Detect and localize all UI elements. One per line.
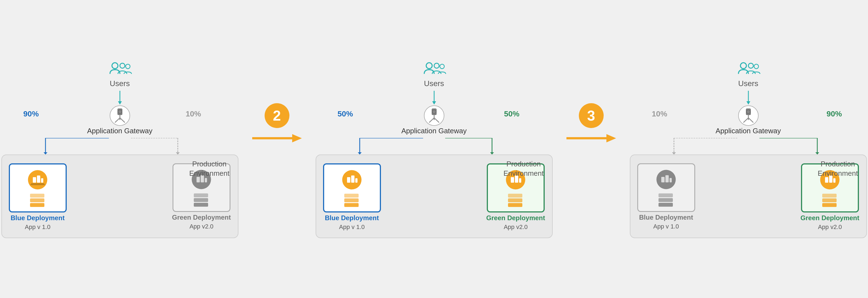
env-box-2: ProductionEnvironment <box>316 155 553 238</box>
svg-point-36 <box>440 64 444 69</box>
users-icon-3 <box>736 60 761 79</box>
gateway-label-2: Application Gateway <box>401 127 467 135</box>
arrow-section-2: 2 <box>252 103 302 145</box>
arrow-2 <box>252 131 302 145</box>
scenario-1-content: Users 90% 10% <box>0 60 247 238</box>
percent-left-2: 50% <box>338 110 353 118</box>
svg-point-34 <box>426 63 432 69</box>
users-arrow-2 <box>431 91 437 105</box>
stack-icon-green-2 <box>507 192 525 208</box>
svg-rect-87 <box>670 178 672 182</box>
percent-left-1: 90% <box>24 110 39 118</box>
svg-point-2 <box>125 64 130 69</box>
arrow-section-3: 3 <box>566 103 616 145</box>
svg-rect-19 <box>37 175 40 183</box>
svg-rect-29 <box>194 193 208 197</box>
users-arrow-3 <box>746 91 751 105</box>
svg-rect-89 <box>658 198 673 202</box>
stack-icon-blue-1 <box>29 192 46 208</box>
gateway-section-2: Application Gateway <box>401 105 467 135</box>
scenario-1: Users 90% 10% <box>0 60 247 238</box>
green-deploy-name-1: Green Deployment <box>172 214 231 221</box>
gateway-icon-1 <box>109 105 131 127</box>
gateway-section-3: Application Gateway <box>716 105 781 135</box>
svg-rect-23 <box>30 198 44 202</box>
svg-rect-20 <box>41 178 43 183</box>
blue-deploy-version-2: App v 1.0 <box>339 223 365 231</box>
percent-right-2: 50% <box>504 110 519 118</box>
svg-rect-64 <box>508 203 522 207</box>
env-box-1: ProductionEnvironment <box>1 155 239 238</box>
svg-rect-54 <box>355 178 358 183</box>
svg-marker-13 <box>43 152 48 155</box>
lines-1 <box>1 138 239 155</box>
users-icon-2 <box>422 60 446 79</box>
svg-marker-66 <box>607 134 616 142</box>
stack-icon-blue-3 <box>657 192 675 207</box>
blue-deploy-name-3: Blue Deployment <box>639 214 693 221</box>
svg-marker-4 <box>118 101 122 105</box>
svg-marker-83 <box>815 152 819 155</box>
main-container: Users 90% 10% <box>0 49 868 249</box>
svg-rect-90 <box>658 203 673 207</box>
svg-rect-55 <box>344 194 359 197</box>
svg-rect-94 <box>833 178 835 183</box>
svg-rect-56 <box>344 198 359 202</box>
blue-deploy-name-2: Blue Deployment <box>325 214 379 222</box>
svg-marker-71 <box>746 101 750 105</box>
svg-marker-33 <box>292 134 302 142</box>
green-deploy-version-1: App v2.0 <box>189 223 213 230</box>
svg-rect-86 <box>665 175 669 182</box>
green-deploy-name-3: Green Deployment <box>801 214 859 222</box>
svg-rect-85 <box>661 177 664 182</box>
env-label-2: ProductionEnvironment <box>504 160 544 178</box>
svg-point-0 <box>112 63 118 69</box>
lines-2 <box>316 138 553 155</box>
env-label-1: ProductionEnvironment <box>189 160 229 178</box>
green-deploy-name-2: Green Deployment <box>486 214 545 222</box>
svg-rect-18 <box>33 177 36 183</box>
svg-marker-21 <box>30 183 45 185</box>
gateway-section-1: Application Gateway <box>87 105 152 135</box>
svg-rect-53 <box>351 175 354 183</box>
gateway-row-2: 50% 50% Application Gateway <box>316 105 553 135</box>
blue-deployment-3: Blue Deployment App v 1.0 <box>637 163 695 230</box>
arrow-3 <box>566 131 616 145</box>
svg-rect-52 <box>347 177 350 183</box>
percent-left-3: 10% <box>652 110 667 118</box>
svg-rect-24 <box>30 203 44 207</box>
svg-marker-47 <box>358 152 362 155</box>
svg-rect-95 <box>822 194 837 197</box>
svg-marker-50 <box>490 152 494 155</box>
percent-right-3: 90% <box>826 110 842 118</box>
gateway-row-1: 90% 10% Application Gateway <box>1 105 239 135</box>
svg-point-67 <box>740 63 746 69</box>
svg-rect-96 <box>822 198 837 202</box>
svg-rect-30 <box>194 198 208 202</box>
stack-icon-green-1 <box>192 192 210 207</box>
users-section-3: Users <box>736 60 761 88</box>
svg-rect-61 <box>519 178 521 183</box>
scenario-3: Users 10% 90% <box>622 60 868 238</box>
green-deploy-version-3: App v2.0 <box>818 223 842 231</box>
app-icon-blue-1 <box>27 169 48 190</box>
svg-marker-38 <box>432 101 436 105</box>
users-arrow-1 <box>117 91 123 105</box>
scenario-3-content: Users 10% 90% <box>622 60 868 238</box>
blue-deployment-1: Blue Deployment App v 1.0 <box>9 163 67 231</box>
blue-deploy-box-3 <box>637 163 695 212</box>
svg-rect-31 <box>194 203 208 207</box>
scenario-2: Users 50% 50% <box>307 60 561 238</box>
blue-deploy-version-1: App v 1.0 <box>25 223 51 231</box>
svg-rect-62 <box>508 194 522 197</box>
gateway-icon-3 <box>737 105 760 127</box>
svg-rect-22 <box>30 194 44 197</box>
blue-deploy-version-3: App v 1.0 <box>653 223 679 230</box>
step-circle-3: 3 <box>579 103 604 128</box>
svg-rect-88 <box>658 193 673 197</box>
users-label-3: Users <box>738 79 758 88</box>
gateway-label-1: Application Gateway <box>87 127 152 135</box>
svg-marker-80 <box>672 152 676 155</box>
stack-icon-green-3 <box>821 192 839 208</box>
users-label-2: Users <box>424 79 444 88</box>
